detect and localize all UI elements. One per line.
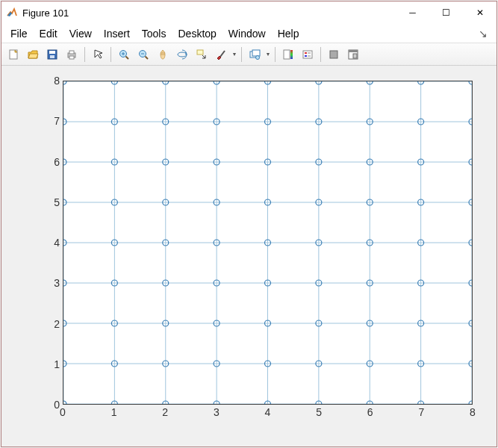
new-figure-button[interactable] <box>4 46 22 63</box>
svg-rect-20 <box>284 50 290 59</box>
menu-view[interactable]: View <box>63 25 98 42</box>
data-marker <box>469 81 472 84</box>
menu-file[interactable]: File <box>4 25 34 42</box>
svg-rect-30 <box>353 54 357 58</box>
open-button[interactable] <box>24 46 42 63</box>
menu-edit[interactable]: Edit <box>34 25 63 42</box>
y-tick: 3 <box>54 277 60 289</box>
x-tick: 6 <box>367 406 373 418</box>
svg-rect-18 <box>252 50 260 56</box>
svg-rect-15 <box>197 50 203 55</box>
svg-rect-2 <box>49 51 55 54</box>
x-tick: 8 <box>470 406 476 418</box>
x-tick: 3 <box>214 406 220 418</box>
svg-rect-29 <box>349 50 358 52</box>
data-marker <box>469 401 472 404</box>
menu-help[interactable]: Help <box>272 25 305 42</box>
edit-plot-button[interactable] <box>89 46 107 63</box>
plot-svg <box>63 81 472 404</box>
x-tick: 0 <box>60 406 66 418</box>
rotate3d-button[interactable] <box>173 46 191 63</box>
insert-legend-button[interactable] <box>299 46 317 63</box>
y-tick: 4 <box>54 237 60 249</box>
insert-colorbar-button[interactable] <box>279 46 297 63</box>
y-tick: 0 <box>54 399 60 411</box>
x-tick: 4 <box>265 406 271 418</box>
zoom-out-button[interactable] <box>134 46 152 63</box>
close-button[interactable]: ✕ <box>463 1 497 24</box>
menu-desktop[interactable]: Desktop <box>172 25 222 42</box>
x-tick: 2 <box>162 406 168 418</box>
y-tick: 2 <box>54 318 60 330</box>
x-tick: 5 <box>316 406 322 418</box>
save-button[interactable] <box>43 46 61 63</box>
menu-overflow-icon[interactable]: ↘ <box>473 28 494 40</box>
menu-insert[interactable]: Insert <box>98 25 136 42</box>
svg-point-19 <box>256 55 260 59</box>
y-tick: 7 <box>54 115 60 127</box>
x-tick-labels: 012345678 <box>63 406 473 420</box>
window-title: Figure 101 <box>22 7 69 19</box>
y-tick: 8 <box>54 75 60 87</box>
axes: 012345678 012345678 <box>45 81 473 420</box>
data-marker <box>63 401 66 404</box>
svg-rect-27 <box>330 51 337 58</box>
svg-rect-21 <box>290 50 293 59</box>
data-cursor-button[interactable] <box>193 46 211 63</box>
brush-button[interactable] <box>212 46 230 63</box>
dock-figure-button[interactable] <box>344 46 362 63</box>
svg-rect-5 <box>69 51 74 54</box>
minimize-button[interactable]: ─ <box>396 1 429 24</box>
brush-dropdown-icon[interactable]: ▼ <box>231 46 237 63</box>
link-plots-button[interactable] <box>246 46 264 63</box>
figure-canvas[interactable]: 012345678 012345678 <box>1 66 497 447</box>
x-tick: 7 <box>418 406 424 418</box>
pan-button[interactable] <box>154 46 172 63</box>
figure-window: Figure 101 ─ ☐ ✕ File Edit View Insert T… <box>1 1 497 447</box>
y-tick: 6 <box>54 156 60 168</box>
y-tick: 5 <box>54 196 60 208</box>
link-dropdown-icon[interactable]: ▼ <box>265 46 271 63</box>
data-marker <box>63 81 66 84</box>
svg-line-12 <box>146 56 149 59</box>
toolbar: ▼ ▼ <box>1 43 497 66</box>
titlebar: Figure 101 ─ ☐ ✕ <box>1 1 497 24</box>
svg-rect-22 <box>303 51 312 58</box>
y-tick-labels: 012345678 <box>45 81 60 405</box>
menubar: File Edit View Insert Tools Desktop Wind… <box>1 24 497 43</box>
print-button[interactable] <box>63 46 81 63</box>
hide-plot-tools-button[interactable] <box>325 46 343 63</box>
matlab-icon <box>6 7 18 19</box>
plot-box <box>63 81 473 405</box>
svg-line-16 <box>220 51 225 57</box>
y-tick: 1 <box>54 358 60 370</box>
svg-rect-6 <box>69 56 74 59</box>
menu-window[interactable]: Window <box>222 25 272 42</box>
maximize-button[interactable]: ☐ <box>429 1 463 24</box>
zoom-in-button[interactable] <box>115 46 133 63</box>
menu-tools[interactable]: Tools <box>136 25 172 42</box>
svg-line-8 <box>126 56 129 59</box>
svg-rect-3 <box>50 55 55 58</box>
x-tick: 1 <box>111 406 117 418</box>
